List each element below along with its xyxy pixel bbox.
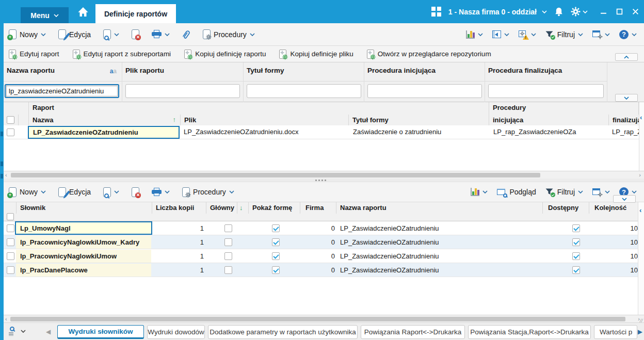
cell-kolejnosc[interactable]: 10: [597, 238, 638, 246]
procedures-button[interactable]: Procedury: [203, 29, 255, 39]
filter-panel-collapse-button[interactable]: [615, 53, 638, 61]
minimize-button[interactable]: [600, 8, 607, 15]
help-button[interactable]: ?: [619, 30, 637, 39]
column-header-nazwa[interactable]: Nazwa: [29, 115, 181, 125]
collapse-side-panel-button[interactable]: ‹: [638, 202, 644, 315]
cell-liczba-kopii[interactable]: 1: [152, 238, 204, 246]
cell-liczba-kopii[interactable]: 1: [152, 266, 204, 274]
cell-slownik[interactable]: lp_PracownicyNaglowkiUmow_Kadry: [16, 236, 151, 249]
scroll-right-arrow[interactable]: ›: [639, 172, 641, 178]
dostepny-checkbox[interactable]: [572, 252, 580, 260]
column-header-liczba-kopii[interactable]: Liczba kopii: [152, 202, 206, 214]
glowny-checkbox[interactable]: [224, 238, 232, 246]
collapse-side-panel-button[interactable]: ‹: [639, 102, 644, 171]
cell-firma[interactable]: 0: [300, 266, 335, 274]
table-row[interactable]: Lp_UmowyNagl 1 0 LP_ZaswiadczenieOZatrud…: [4, 221, 638, 235]
row-checkbox[interactable]: [7, 238, 14, 246]
cell-plik[interactable]: LP_ZaswiadczenieOZatrudnieniu.docx: [184, 128, 348, 136]
dostepny-checkbox[interactable]: [572, 238, 580, 246]
cell-nazwa-raportu[interactable]: LP_ZaswiadczenieOZatrudnieniu: [340, 238, 541, 246]
cell-slownik[interactable]: lp_PracownicyNaglowkiUmow: [16, 250, 151, 263]
dostepny-checkbox[interactable]: [572, 266, 580, 274]
filter-panel-expand-button[interactable]: [615, 94, 638, 102]
glowny-checkbox[interactable]: [224, 266, 232, 274]
edit-button[interactable]: Edycja: [58, 187, 91, 197]
scroll-left-arrow[interactable]: ‹: [5, 316, 7, 322]
scrollbar-thumb[interactable]: [11, 173, 540, 177]
dostepny-checkbox[interactable]: [572, 224, 580, 232]
tab-powiazania-stacja-raport-drukarka[interactable]: Powiązania Stacja,Raport<->Drukarka: [468, 325, 591, 339]
company-selector[interactable]: 1 - Nasza firma 0 - oddział: [448, 8, 547, 16]
column-header-glowny[interactable]: Główny: [206, 202, 237, 214]
view-button[interactable]: [103, 187, 119, 197]
grid-settings-button[interactable]: [592, 30, 610, 38]
row-checkbox[interactable]: [7, 266, 14, 274]
edit-button[interactable]: Edycja: [58, 29, 91, 39]
print-button[interactable]: [152, 188, 170, 197]
chevron-down-icon[interactable]: [21, 330, 26, 333]
print-button[interactable]: [152, 30, 170, 39]
cell-kolejnosc[interactable]: 10: [597, 252, 638, 260]
column-header-pokaz-forme[interactable]: Pokaż formę: [249, 202, 300, 214]
filter-button[interactable]: Filtruj: [545, 188, 583, 196]
pokaz-forme-checkbox[interactable]: [272, 224, 280, 232]
filter-input-tytul-formy[interactable]: [247, 84, 361, 98]
select-all-checkbox[interactable]: [7, 116, 14, 124]
column-header-slownik[interactable]: Słownik: [17, 202, 152, 214]
copy-report-definition-button[interactable]: Kopiuj definicję raportu: [184, 50, 266, 59]
table-row[interactable]: LP_ZaswiadczenieOZatrudnieniu LP_Zaswiad…: [4, 125, 639, 139]
cell-kolejnosc[interactable]: 10: [597, 266, 638, 274]
pokaz-forme-checkbox[interactable]: [272, 252, 280, 260]
tab-wartosci[interactable]: Wartości p: [594, 325, 637, 339]
pokaz-forme-checkbox[interactable]: [272, 238, 280, 246]
row-checkbox[interactable]: [7, 252, 14, 260]
dock-panel-button[interactable]: [492, 30, 509, 38]
cell-liczba-kopii[interactable]: 1: [152, 252, 204, 260]
column-header-dostepny[interactable]: Dostępny: [543, 202, 589, 214]
cell-tytul-formy[interactable]: Zaświadczenie o zatrudnieniu: [353, 128, 488, 136]
column-header-tytul-formy[interactable]: Tytuł formy: [349, 115, 489, 125]
pokaz-forme-checkbox[interactable]: [272, 266, 280, 274]
operations-warning-button[interactable]: [519, 30, 536, 39]
cell-nazwa-raportu[interactable]: LP_ZaswiadczenieOZatrudnieniu: [340, 266, 541, 274]
apps-grid-icon[interactable]: [431, 7, 441, 17]
cell-finalizujaca[interactable]: LP_rap_Za: [612, 128, 639, 136]
glowny-checkbox[interactable]: [224, 252, 232, 260]
copy-file-definition-button[interactable]: Kopiuj definicje pliku: [279, 50, 353, 59]
table-row[interactable]: lp_PracownicyNaglowkiUmow_Kadry 1 0 LP_Z…: [4, 235, 638, 249]
filter-input-procedura-finalizujaca[interactable]: [488, 84, 604, 98]
filter-button[interactable]: Filtruj: [545, 30, 583, 39]
settings-button[interactable]: [571, 7, 588, 17]
tab-definicje-raportow[interactable]: Definicje raportów: [95, 4, 176, 23]
cell-nazwa-raportu[interactable]: LP_ZaswiadczenieOZatrudnieniu: [340, 252, 541, 260]
procedures-button[interactable]: Procedury: [182, 187, 234, 197]
view-button[interactable]: [103, 29, 119, 39]
cell-kolejnosc[interactable]: 10: [597, 224, 638, 232]
new-button[interactable]: + Nowy: [9, 29, 46, 39]
home-icon[interactable]: [77, 6, 89, 18]
delete-button[interactable]: ✕: [132, 29, 139, 39]
tab-wydruki-slownikow[interactable]: Wydruki słowników: [57, 325, 144, 339]
maximize-button[interactable]: [616, 8, 623, 15]
cell-inicjujaca[interactable]: LP_rap_ZaswiadczenieOZa: [493, 128, 609, 136]
delete-button[interactable]: ✕: [132, 187, 139, 197]
row-checkbox[interactable]: [7, 128, 14, 136]
cell-nazwa-raportu[interactable]: LP_ZaswiadczenieOZatrudnieniu: [340, 224, 541, 232]
new-button[interactable]: + Nowy: [9, 187, 46, 197]
cell-slownik-selected[interactable]: Lp_UmowyNagl: [15, 221, 152, 235]
tab-powiazania-raport-drukarka[interactable]: Powiązania Raport<->Drukarka: [361, 325, 465, 339]
preview-button[interactable]: Podgląd: [497, 188, 536, 196]
scrollbar-thumb[interactable]: [10, 317, 625, 321]
toolbar-overflow-button[interactable]: [613, 195, 636, 203]
select-all-checkbox[interactable]: [7, 213, 14, 220]
column-header-nazwa-raportu[interactable]: Nazwa raportu: [336, 202, 543, 214]
cell-firma[interactable]: 0: [300, 224, 335, 232]
column-header-inicjujaca[interactable]: inicjująca: [489, 115, 609, 125]
case-sensitivity-icon[interactable]: [110, 68, 117, 75]
column-header-plik[interactable]: Plik: [181, 115, 349, 125]
tabs-scroll-left-arrow[interactable]: ◀: [46, 328, 51, 335]
filter-input-nazwa-raportu[interactable]: [5, 84, 119, 98]
close-button[interactable]: [632, 8, 639, 15]
chart-button[interactable]: [466, 30, 483, 39]
table-row[interactable]: lp_PracDanePlacowe 1 0 LP_ZaswiadczenieO…: [4, 263, 638, 277]
